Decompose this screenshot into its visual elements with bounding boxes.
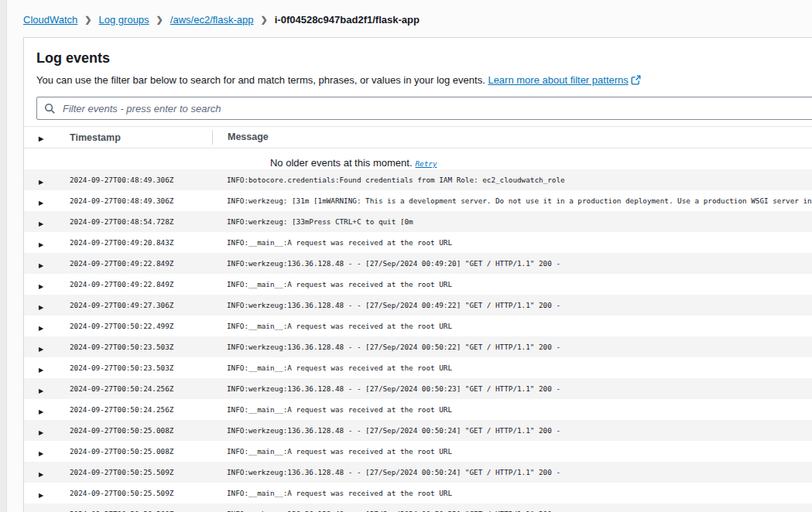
log-event-message: INFO:__main__:A request was received at … — [212, 322, 812, 330]
log-event-timestamp: 2024-09-27T00:49:20.843Z — [70, 238, 212, 247]
log-event-row[interactable]: ▶ 2024-09-27T00:49:27.306Z INFO:werkzeug… — [24, 295, 812, 316]
expand-row-arrow-icon[interactable]: ▶ — [39, 179, 43, 186]
log-event-timestamp: 2024-09-27T00:50:23.503Z — [70, 343, 212, 351]
expand-row-arrow-icon[interactable]: ▶ — [39, 283, 43, 290]
learn-more-link[interactable]: Learn more about filter patterns — [488, 74, 628, 86]
page-title: Log events — [36, 50, 812, 67]
expand-row-arrow-icon[interactable]: ▶ — [39, 450, 43, 457]
log-event-row[interactable]: ▶ 2024-09-27T00:50:25.509Z INFO:__main__… — [24, 483, 812, 503]
breadcrumb-link-cloudwatch[interactable]: CloudWatch — [23, 14, 77, 26]
log-event-timestamp: 2024-09-27T00:48:54.728Z — [70, 217, 212, 226]
log-event-timestamp: 2024-09-27T00:50:23.503Z — [70, 364, 212, 372]
breadcrumb-link-log-group-name[interactable]: /aws/ec2/flask-app — [170, 14, 254, 26]
log-event-message: INFO:werkzeug: [31m [1mWARNING: This is … — [212, 196, 812, 205]
search-icon — [44, 103, 56, 114]
log-event-row[interactable]: ▶ 2024-09-27T00:50:24.256Z INFO:werkzeug… — [24, 378, 812, 399]
log-event-timestamp: 2024-09-27T00:50:25.509Z — [70, 468, 212, 476]
retry-link[interactable]: Retry — [416, 159, 437, 168]
no-older-events-row: No older events at this moment.Retry — [24, 148, 812, 169]
breadcrumb: CloudWatch ❯ Log groups ❯ /aws/ec2/flask… — [23, 0, 812, 27]
log-event-message: INFO:botocore.credentials:Found credenti… — [212, 176, 812, 184]
log-event-row[interactable]: ▶ 2024-09-27T00:49:22.849Z INFO:werkzeug… — [24, 253, 812, 274]
log-event-timestamp: 2024-09-27T00:50:22.499Z — [70, 322, 212, 330]
filter-events-searchbar[interactable] — [36, 97, 812, 120]
column-header-timestamp[interactable]: Timestamp — [70, 132, 212, 143]
table-header-row: ▶ Timestamp Message — [24, 126, 812, 148]
external-link-icon — [631, 75, 641, 89]
expand-row-arrow-icon[interactable]: ▶ — [39, 241, 43, 248]
chevron-right-icon: ❯ — [156, 15, 163, 25]
no-older-events-text: No older events at this moment. — [270, 157, 413, 169]
log-event-message: INFO:__main__:A request was received at … — [212, 280, 812, 288]
log-event-message: INFO:werkzeug: [33mPress CTRL+C to quit … — [212, 217, 812, 226]
log-events-table: ▶ Timestamp Message No older events at t… — [24, 126, 812, 512]
log-event-row[interactable]: ▶ 2024-09-27T00:48:49.306Z INFO:werkzeug… — [24, 190, 812, 211]
expand-row-arrow-icon[interactable]: ▶ — [39, 471, 43, 478]
log-rows: ▶ 2024-09-27T00:48:49.306Z INFO:botocore… — [24, 169, 812, 512]
log-event-row[interactable]: ▶ 2024-09-27T00:49:22.849Z INFO:__main__… — [24, 274, 812, 295]
log-event-timestamp: 2024-09-27T00:48:49.306Z — [70, 176, 212, 184]
expand-row-arrow-icon[interactable]: ▶ — [39, 367, 43, 374]
panel-description-text: You can use the filter bar below to sear… — [36, 74, 485, 86]
column-header-message[interactable]: Message — [212, 130, 812, 145]
breadcrumb-link-log-groups[interactable]: Log groups — [99, 14, 149, 26]
log-event-message: INFO:__main__:A request was received at … — [212, 405, 812, 414]
log-event-row[interactable]: ▶ 2024-09-27T00:48:54.728Z INFO:werkzeug… — [24, 211, 812, 232]
log-event-message: INFO:werkzeug:136.36.128.48 - - [27/Sep/… — [212, 301, 812, 309]
filter-events-input[interactable] — [61, 102, 812, 115]
log-event-row[interactable]: ▶ 2024-09-27T00:49:20.843Z INFO:__main__… — [24, 232, 812, 253]
log-event-message: INFO:werkzeug:136.36.128.48 - - [27/Sep/… — [212, 468, 812, 476]
log-event-message: INFO:__main__:A request was received at … — [212, 364, 812, 372]
log-event-message: INFO:__main__:A request was received at … — [212, 238, 812, 247]
log-event-row[interactable]: ▶ 2024-09-27T00:50:24.256Z INFO:__main__… — [24, 399, 812, 420]
expand-row-arrow-icon[interactable]: ▶ — [39, 325, 43, 332]
log-event-row[interactable]: ▶ 2024-09-27T00:50:26.260Z INFO:werkzeug… — [24, 503, 812, 512]
expand-row-arrow-icon[interactable]: ▶ — [39, 408, 43, 415]
page-left-edge — [0, 0, 7, 512]
log-event-row[interactable]: ▶ 2024-09-27T00:50:25.509Z INFO:werkzeug… — [24, 462, 812, 483]
log-event-row[interactable]: ▶ 2024-09-27T00:50:23.503Z INFO:werkzeug… — [24, 336, 812, 357]
expand-row-arrow-icon[interactable]: ▶ — [39, 429, 43, 436]
panel-description: You can use the filter bar below to sear… — [36, 73, 812, 89]
expand-row-arrow-icon[interactable]: ▶ — [39, 346, 43, 353]
expand-all-arrow-icon[interactable]: ▶ — [39, 135, 43, 142]
expand-row-arrow-icon[interactable]: ▶ — [39, 304, 43, 311]
log-event-row[interactable]: ▶ 2024-09-27T00:50:22.499Z INFO:__main__… — [24, 316, 812, 336]
log-events-panel: Log events You can use the filter bar be… — [23, 37, 812, 512]
log-event-timestamp: 2024-09-27T00:50:24.256Z — [70, 384, 212, 393]
log-event-row[interactable]: ▶ 2024-09-27T00:50:25.008Z INFO:werkzeug… — [24, 420, 812, 441]
log-event-timestamp: 2024-09-27T00:50:24.256Z — [70, 405, 212, 414]
log-event-timestamp: 2024-09-27T00:50:25.008Z — [70, 447, 212, 456]
log-event-message: INFO:__main__:A request was received at … — [212, 489, 812, 497]
log-event-timestamp: 2024-09-27T00:49:22.849Z — [70, 259, 212, 268]
page-content: CloudWatch ❯ Log groups ❯ /aws/ec2/flask… — [23, 0, 812, 512]
chevron-right-icon: ❯ — [261, 15, 268, 25]
panel-header: Log events You can use the filter bar be… — [24, 38, 812, 120]
log-event-message: INFO:werkzeug:136.36.128.48 - - [27/Sep/… — [212, 384, 812, 393]
log-event-row[interactable]: ▶ 2024-09-27T00:50:23.503Z INFO:__main__… — [24, 357, 812, 378]
log-event-message: INFO:werkzeug:136.36.128.48 - - [27/Sep/… — [212, 426, 812, 435]
log-event-row[interactable]: ▶ 2024-09-27T00:50:25.008Z INFO:__main__… — [24, 441, 812, 462]
log-event-timestamp: 2024-09-27T00:49:22.849Z — [70, 280, 212, 288]
log-event-message: INFO:werkzeug:136.36.128.48 - - [27/Sep/… — [212, 259, 812, 268]
log-event-message: INFO:werkzeug:136.36.128.48 - - [27/Sep/… — [212, 343, 812, 351]
breadcrumb-current-log-stream: i-0f04528c947bad2f1/flask-app — [275, 14, 420, 26]
expand-row-arrow-icon[interactable]: ▶ — [39, 200, 43, 207]
expand-row-arrow-icon[interactable]: ▶ — [39, 492, 43, 499]
log-event-timestamp: 2024-09-27T00:49:27.306Z — [70, 301, 212, 309]
log-event-timestamp: 2024-09-27T00:50:25.509Z — [70, 489, 212, 497]
expand-row-arrow-icon[interactable]: ▶ — [39, 220, 43, 227]
log-event-message: INFO:__main__:A request was received at … — [212, 447, 812, 456]
expand-row-arrow-icon[interactable]: ▶ — [39, 387, 43, 394]
chevron-right-icon: ❯ — [84, 15, 91, 25]
expand-row-arrow-icon[interactable]: ▶ — [39, 262, 43, 269]
log-event-timestamp: 2024-09-27T00:50:25.008Z — [70, 426, 212, 435]
log-event-timestamp: 2024-09-27T00:48:49.306Z — [70, 196, 212, 205]
